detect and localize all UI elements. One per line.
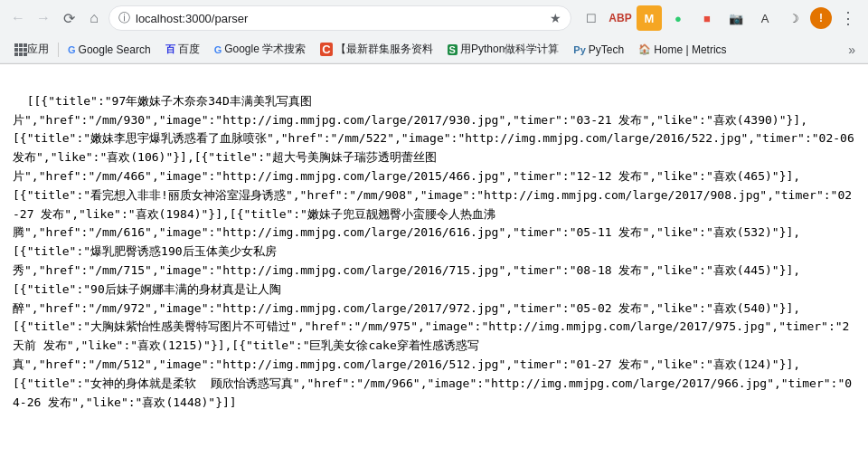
- profile-avatar[interactable]: !: [810, 7, 832, 29]
- svg-rect-6: [14, 52, 18, 56]
- bookmark-star-icon[interactable]: ★: [550, 11, 561, 25]
- nav-bar: ← → ⟳ ⌂ ⓘ localhost:3000/parser ★ ☐ ABP …: [0, 0, 868, 36]
- address-bar[interactable]: ⓘ localhost:3000/parser ★: [108, 5, 571, 31]
- bookmark-label: PyTech: [589, 43, 624, 56]
- py-favicon: Py: [573, 44, 585, 55]
- bookmark-google-search[interactable]: G Google Search: [61, 42, 158, 58]
- bookmark-label: Google Search: [79, 43, 151, 56]
- bookmarks-bar: 应用 G Google Search 百 百度 G Google 学术搜索 C …: [0, 36, 868, 63]
- baidu-favicon: 百: [165, 43, 175, 56]
- scholar-favicon: G: [214, 44, 222, 55]
- menu-button[interactable]: ⋮: [835, 5, 861, 31]
- home-favicon: 🏠: [638, 43, 651, 55]
- bookmark-pytech[interactable]: Py PyTech: [566, 42, 631, 58]
- bookmark-divider: [58, 43, 59, 57]
- bookmark-label: Home | Metrics: [654, 43, 726, 56]
- home-button[interactable]: ⌂: [83, 7, 105, 29]
- svg-rect-1: [19, 43, 23, 47]
- extension-icon-8[interactable]: ☽: [781, 5, 807, 31]
- url-text: localhost:3000/parser: [136, 12, 544, 25]
- reload-button[interactable]: ⟳: [58, 7, 80, 29]
- extension-icon-4[interactable]: ●: [665, 5, 691, 31]
- forward-button[interactable]: →: [33, 7, 54, 29]
- apps-label: 应用: [27, 42, 49, 57]
- browser-chrome: ← → ⟳ ⌂ ⓘ localhost:3000/parser ★ ☐ ABP …: [0, 0, 868, 64]
- bookmark-apps[interactable]: 应用: [7, 40, 56, 59]
- svg-rect-4: [19, 48, 23, 52]
- svg-rect-0: [14, 43, 18, 47]
- svg-rect-3: [14, 48, 18, 52]
- bookmark-label: Google 学术搜索: [224, 42, 306, 57]
- extension-icon-6[interactable]: 📷: [723, 5, 749, 31]
- apps-grid-icon: [14, 43, 27, 56]
- page-content: [[{"title":"97年嫩妹子木奈奈34D丰满美乳写真图 片","href…: [0, 64, 868, 457]
- extension-icon-5[interactable]: ■: [694, 5, 720, 31]
- svg-rect-7: [19, 52, 23, 56]
- json-output: [[{"title":"97年嫩妹子木奈奈34D丰满美乳写真图 片","href…: [13, 94, 862, 409]
- lock-icon: ⓘ: [118, 10, 130, 26]
- bookmark-google-scholar[interactable]: G Google 学术搜索: [207, 40, 314, 59]
- s-favicon: S: [448, 44, 458, 55]
- nav-right-icons: ☐ ABP M ● ■ 📷 A ☽ ! ⋮: [579, 5, 861, 31]
- bookmark-c-site[interactable]: C 【最新群集服务资料: [313, 40, 439, 59]
- bookmark-label: 【最新群集服务资料: [335, 42, 433, 57]
- back-button[interactable]: ←: [7, 7, 29, 29]
- extension-icon-3[interactable]: M: [637, 5, 662, 31]
- c-favicon: C: [320, 43, 332, 56]
- bookmark-label: 用Python做科学计算: [460, 42, 559, 57]
- bookmark-home-metrics[interactable]: 🏠 Home | Metrics: [631, 42, 733, 58]
- bookmark-baidu[interactable]: 百 百度: [158, 40, 207, 59]
- bookmark-label: 百度: [178, 42, 200, 57]
- google-favicon: G: [68, 44, 76, 55]
- extension-icon-1[interactable]: ☐: [579, 5, 604, 31]
- extension-icon-2[interactable]: ABP: [608, 5, 633, 31]
- bookmark-python-sci[interactable]: S 用Python做科学计算: [440, 40, 567, 59]
- extension-icon-7[interactable]: A: [752, 5, 778, 31]
- more-bookmarks-button[interactable]: »: [843, 41, 861, 59]
